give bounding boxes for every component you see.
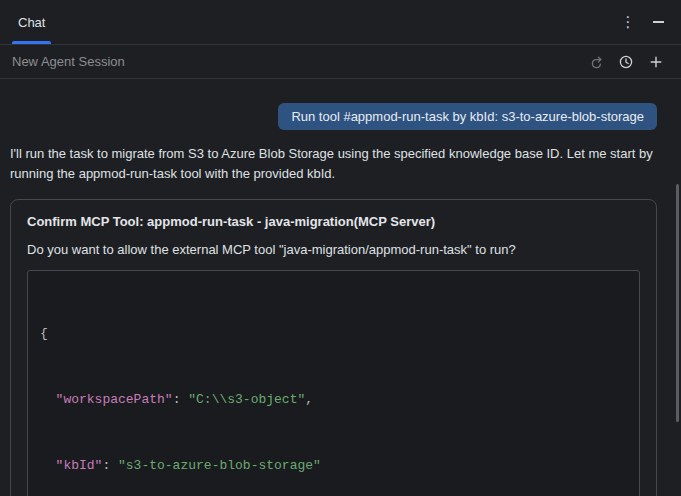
- tool-call-pill[interactable]: Run tool #appmod-run-task by kbId: s3-to…: [278, 103, 657, 130]
- redo-arrow-icon: [588, 54, 604, 70]
- code-key: "kbId": [56, 458, 103, 473]
- code-separator: :: [102, 458, 118, 473]
- kebab-menu-icon: ⋮: [621, 13, 636, 31]
- code-open-brace: {: [40, 326, 48, 341]
- user-request-row: Run tool #appmod-run-task by kbId: s3-to…: [10, 103, 657, 130]
- tool-args-code-block: { "workspacePath": "C:\\s3-object", "kbI…: [27, 270, 640, 496]
- code-comma: ,: [305, 392, 313, 407]
- tab-chat-label: Chat: [18, 15, 45, 30]
- title-bar: Chat ⋮: [0, 0, 681, 45]
- dialog-title: Confirm MCP Tool: appmod-run-task - java…: [27, 214, 640, 229]
- more-options-button[interactable]: ⋮: [615, 9, 641, 35]
- code-line: {: [40, 323, 627, 345]
- minimize-button[interactable]: [645, 9, 671, 35]
- code-line: "workspacePath": "C:\\s3-object",: [40, 389, 627, 411]
- new-session-button[interactable]: [643, 49, 669, 75]
- tab-chat[interactable]: Chat: [10, 0, 53, 44]
- chat-content: Run tool #appmod-run-task by kbId: s3-to…: [0, 79, 681, 496]
- minimize-icon: [653, 21, 664, 23]
- session-bar: New Agent Session: [0, 45, 681, 79]
- dialog-question: Do you want to allow the external MCP to…: [27, 242, 640, 257]
- code-value: "C:\\s3-object": [188, 392, 305, 407]
- active-tab-underline: [12, 41, 51, 44]
- code-separator: :: [173, 392, 189, 407]
- code-line: "kbId": "s3-to-azure-blob-storage": [40, 455, 627, 477]
- clock-icon: [618, 54, 634, 70]
- code-key: "workspacePath": [56, 392, 173, 407]
- code-value: "s3-to-azure-blob-storage": [118, 458, 321, 473]
- redo-button[interactable]: [583, 49, 609, 75]
- mcp-confirm-dialog: Confirm MCP Tool: appmod-run-task - java…: [10, 199, 657, 496]
- plus-icon: [648, 54, 664, 70]
- chat-panel: Chat ⋮ New Agent Session: [0, 0, 681, 496]
- history-button[interactable]: [613, 49, 639, 75]
- vertical-scrollbar[interactable]: [676, 184, 679, 422]
- session-title: New Agent Session: [12, 54, 125, 69]
- assistant-message: I'll run the task to migrate from S3 to …: [10, 144, 657, 184]
